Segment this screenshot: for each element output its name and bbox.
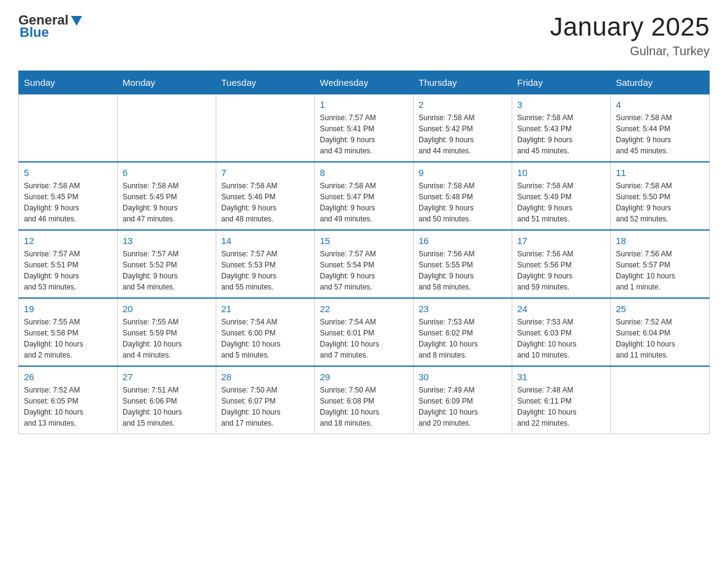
- calendar-cell: 8Sunrise: 7:58 AM Sunset: 5:47 PM Daylig…: [315, 162, 414, 230]
- calendar-cell: 19Sunrise: 7:55 AM Sunset: 5:58 PM Dayli…: [19, 298, 118, 366]
- calendar-cell: 23Sunrise: 7:53 AM Sunset: 6:02 PM Dayli…: [414, 298, 512, 366]
- calendar-cell: 6Sunrise: 7:58 AM Sunset: 5:45 PM Daylig…: [118, 162, 216, 230]
- calendar-cell: 7Sunrise: 7:58 AM Sunset: 5:46 PM Daylig…: [216, 162, 315, 230]
- calendar-cell: 2Sunrise: 7:58 AM Sunset: 5:42 PM Daylig…: [414, 94, 512, 163]
- day-number: 10: [517, 167, 605, 178]
- day-number: 13: [123, 236, 211, 246]
- col-header-saturday: Saturday: [611, 71, 710, 94]
- day-info: Sunrise: 7:58 AM Sunset: 5:49 PM Dayligh…: [517, 180, 605, 224]
- day-info: Sunrise: 7:49 AM Sunset: 6:09 PM Dayligh…: [419, 385, 507, 429]
- logo-triangle-icon: [70, 15, 83, 27]
- day-info: Sunrise: 7:58 AM Sunset: 5:45 PM Dayligh…: [24, 180, 112, 224]
- week-row-2: 5Sunrise: 7:58 AM Sunset: 5:45 PM Daylig…: [19, 162, 710, 230]
- calendar-cell: 22Sunrise: 7:54 AM Sunset: 6:01 PM Dayli…: [315, 298, 414, 366]
- day-info: Sunrise: 7:57 AM Sunset: 5:53 PM Dayligh…: [221, 248, 309, 293]
- week-row-3: 12Sunrise: 7:57 AM Sunset: 5:51 PM Dayli…: [19, 230, 710, 298]
- day-info: Sunrise: 7:58 AM Sunset: 5:50 PM Dayligh…: [616, 180, 704, 224]
- day-info: Sunrise: 7:51 AM Sunset: 6:06 PM Dayligh…: [123, 385, 211, 429]
- day-info: Sunrise: 7:48 AM Sunset: 6:11 PM Dayligh…: [517, 385, 605, 429]
- calendar-cell: 10Sunrise: 7:58 AM Sunset: 5:49 PM Dayli…: [512, 162, 611, 230]
- calendar-cell: 11Sunrise: 7:58 AM Sunset: 5:50 PM Dayli…: [611, 162, 710, 230]
- day-number: 17: [517, 236, 605, 246]
- day-info: Sunrise: 7:50 AM Sunset: 6:08 PM Dayligh…: [320, 385, 408, 429]
- logo-blue-text: Blue: [20, 25, 49, 40]
- calendar-cell: 24Sunrise: 7:53 AM Sunset: 6:03 PM Dayli…: [512, 298, 611, 366]
- calendar-cell: 4Sunrise: 7:58 AM Sunset: 5:44 PM Daylig…: [611, 94, 710, 163]
- day-number: 30: [419, 372, 507, 382]
- col-header-monday: Monday: [118, 71, 216, 94]
- day-number: 11: [616, 167, 704, 178]
- day-number: 15: [320, 236, 408, 246]
- day-info: Sunrise: 7:53 AM Sunset: 6:03 PM Dayligh…: [517, 316, 605, 361]
- calendar-cell: 3Sunrise: 7:58 AM Sunset: 5:43 PM Daylig…: [512, 94, 611, 163]
- day-info: Sunrise: 7:50 AM Sunset: 6:07 PM Dayligh…: [221, 385, 309, 429]
- day-number: 12: [24, 236, 112, 246]
- day-number: 26: [24, 372, 112, 382]
- calendar-cell: [19, 94, 118, 163]
- day-info: Sunrise: 7:58 AM Sunset: 5:48 PM Dayligh…: [419, 180, 507, 224]
- day-info: Sunrise: 7:52 AM Sunset: 6:05 PM Dayligh…: [24, 385, 112, 429]
- day-number: 28: [221, 372, 309, 382]
- calendar-cell: 30Sunrise: 7:49 AM Sunset: 6:09 PM Dayli…: [414, 366, 512, 434]
- calendar-cell: 29Sunrise: 7:50 AM Sunset: 6:08 PM Dayli…: [315, 366, 414, 434]
- day-number: 1: [320, 99, 408, 110]
- day-number: 19: [24, 304, 112, 314]
- logo: General Blue: [18, 12, 83, 40]
- day-number: 6: [123, 167, 211, 178]
- day-info: Sunrise: 7:56 AM Sunset: 5:57 PM Dayligh…: [616, 248, 704, 293]
- day-info: Sunrise: 7:54 AM Sunset: 6:00 PM Dayligh…: [221, 316, 309, 361]
- calendar-cell: 21Sunrise: 7:54 AM Sunset: 6:00 PM Dayli…: [216, 298, 315, 366]
- calendar-cell: 25Sunrise: 7:52 AM Sunset: 6:04 PM Dayli…: [611, 298, 710, 366]
- day-number: 8: [320, 167, 408, 178]
- calendar-cell: 28Sunrise: 7:50 AM Sunset: 6:07 PM Dayli…: [216, 366, 315, 434]
- calendar-table: SundayMondayTuesdayWednesdayThursdayFrid…: [18, 71, 710, 434]
- calendar-cell: 17Sunrise: 7:56 AM Sunset: 5:56 PM Dayli…: [512, 230, 611, 298]
- calendar-cell: 1Sunrise: 7:57 AM Sunset: 5:41 PM Daylig…: [315, 94, 414, 163]
- day-info: Sunrise: 7:56 AM Sunset: 5:55 PM Dayligh…: [419, 248, 507, 293]
- calendar-cell: 26Sunrise: 7:52 AM Sunset: 6:05 PM Dayli…: [19, 366, 118, 434]
- calendar-cell: [611, 366, 710, 434]
- day-number: 18: [616, 236, 704, 246]
- col-header-friday: Friday: [512, 71, 611, 94]
- calendar-subtitle: Gulnar, Turkey: [550, 44, 710, 58]
- week-row-1: 1Sunrise: 7:57 AM Sunset: 5:41 PM Daylig…: [19, 94, 710, 163]
- day-number: 25: [616, 304, 704, 314]
- day-info: Sunrise: 7:54 AM Sunset: 6:01 PM Dayligh…: [320, 316, 408, 361]
- calendar-cell: [118, 94, 216, 163]
- day-number: 5: [24, 167, 112, 178]
- day-number: 14: [221, 236, 309, 246]
- day-info: Sunrise: 7:55 AM Sunset: 5:58 PM Dayligh…: [24, 316, 112, 361]
- day-info: Sunrise: 7:52 AM Sunset: 6:04 PM Dayligh…: [616, 316, 704, 361]
- calendar-cell: 12Sunrise: 7:57 AM Sunset: 5:51 PM Dayli…: [19, 230, 118, 298]
- day-number: 4: [616, 99, 704, 110]
- svg-marker-0: [71, 16, 82, 26]
- day-number: 22: [320, 304, 408, 314]
- day-info: Sunrise: 7:57 AM Sunset: 5:51 PM Dayligh…: [24, 248, 112, 293]
- day-number: 20: [123, 304, 211, 314]
- col-header-tuesday: Tuesday: [216, 71, 315, 94]
- calendar-cell: 14Sunrise: 7:57 AM Sunset: 5:53 PM Dayli…: [216, 230, 315, 298]
- calendar-cell: 16Sunrise: 7:56 AM Sunset: 5:55 PM Dayli…: [414, 230, 512, 298]
- day-info: Sunrise: 7:58 AM Sunset: 5:44 PM Dayligh…: [616, 112, 704, 156]
- day-info: Sunrise: 7:58 AM Sunset: 5:43 PM Dayligh…: [517, 112, 605, 156]
- day-info: Sunrise: 7:53 AM Sunset: 6:02 PM Dayligh…: [419, 316, 507, 361]
- week-row-4: 19Sunrise: 7:55 AM Sunset: 5:58 PM Dayli…: [19, 298, 710, 366]
- calendar-cell: 9Sunrise: 7:58 AM Sunset: 5:48 PM Daylig…: [414, 162, 512, 230]
- calendar-cell: 31Sunrise: 7:48 AM Sunset: 6:11 PM Dayli…: [512, 366, 611, 434]
- day-info: Sunrise: 7:57 AM Sunset: 5:52 PM Dayligh…: [123, 248, 211, 293]
- col-header-wednesday: Wednesday: [315, 71, 414, 94]
- day-number: 16: [419, 236, 507, 246]
- calendar-cell: 5Sunrise: 7:58 AM Sunset: 5:45 PM Daylig…: [19, 162, 118, 230]
- day-number: 2: [419, 99, 507, 110]
- page-header: General Blue January 2025 Gulnar, Turkey: [18, 12, 710, 58]
- day-number: 24: [517, 304, 605, 314]
- day-number: 21: [221, 304, 309, 314]
- day-number: 27: [123, 372, 211, 382]
- day-info: Sunrise: 7:55 AM Sunset: 5:59 PM Dayligh…: [123, 316, 211, 361]
- day-number: 29: [320, 372, 408, 382]
- day-number: 3: [517, 99, 605, 110]
- day-info: Sunrise: 7:58 AM Sunset: 5:47 PM Dayligh…: [320, 180, 408, 224]
- day-info: Sunrise: 7:57 AM Sunset: 5:54 PM Dayligh…: [320, 248, 408, 293]
- title-area: January 2025 Gulnar, Turkey: [550, 12, 710, 58]
- calendar-title: January 2025: [550, 12, 710, 42]
